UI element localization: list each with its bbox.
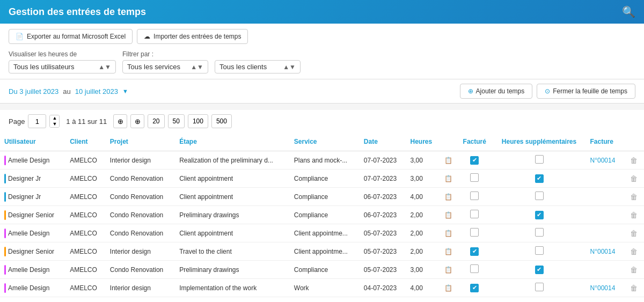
- invoiced-checkbox[interactable]: ✔: [470, 284, 479, 292]
- cell-invoiced[interactable]: ✔: [457, 279, 492, 297]
- delete-button[interactable]: 🗑: [628, 229, 640, 238]
- next-page-button[interactable]: ⊕: [130, 114, 144, 128]
- users-select[interactable]: Tous les utilisateurs ▲▼: [9, 60, 116, 73]
- invoiced-checkbox[interactable]: ✔: [470, 156, 479, 165]
- cell-delete[interactable]: 🗑: [624, 224, 644, 242]
- page-input[interactable]: [28, 114, 46, 128]
- delete-button[interactable]: 🗑: [628, 174, 640, 183]
- invoiced-checkbox[interactable]: [470, 264, 479, 273]
- table-panel: Page ▲ ▼ 1 à 11 sur 11 ⊕ ⊕ 20 50 100 500…: [0, 110, 644, 302]
- date-from-link[interactable]: Du 3 juillet 2023: [9, 87, 58, 95]
- invoiced-checkbox[interactable]: ✔: [470, 247, 479, 256]
- invoiced-checkbox[interactable]: [470, 210, 479, 218]
- cell-delete[interactable]: 🗑: [624, 151, 644, 170]
- invoiced-checkbox[interactable]: [470, 228, 479, 237]
- date-to-link[interactable]: 10 juillet 2023: [75, 87, 118, 95]
- cell-extra[interactable]: [492, 224, 586, 242]
- extra-checkbox[interactable]: [535, 191, 544, 200]
- cell-delete[interactable]: 🗑: [624, 261, 644, 279]
- cell-extra[interactable]: [492, 188, 586, 206]
- extra-checkbox[interactable]: ✔: [535, 266, 544, 274]
- delete-button[interactable]: 🗑: [628, 247, 640, 256]
- extra-checkbox[interactable]: ✔: [535, 211, 544, 219]
- services-select-arrow: ▲▼: [191, 63, 203, 71]
- extra-checkbox[interactable]: [535, 155, 544, 164]
- per-page-500[interactable]: 500: [211, 114, 232, 128]
- col-user: Utilisateur: [0, 132, 65, 151]
- cell-project: Interior design: [106, 279, 175, 297]
- cell-delete[interactable]: 🗑: [624, 279, 644, 297]
- cell-delete[interactable]: 🗑: [624, 242, 644, 261]
- cell-invoice: N°00014: [586, 242, 624, 261]
- cell-invoice: [586, 261, 624, 279]
- cell-invoiced[interactable]: [457, 261, 492, 279]
- delete-button[interactable]: 🗑: [628, 284, 640, 292]
- cell-extra[interactable]: ✔: [492, 170, 586, 188]
- services-select[interactable]: Tous les services ▲▼: [122, 60, 208, 73]
- page-up-button[interactable]: ▲: [50, 115, 59, 121]
- cell-service: Client appointme...: [290, 242, 360, 261]
- delete-button[interactable]: 🗑: [628, 156, 640, 165]
- action-buttons: ⊕ Ajouter du temps ⊙ Fermer la feuille d…: [460, 84, 635, 99]
- delete-button[interactable]: 🗑: [628, 266, 640, 274]
- date-to-arrow: ▼: [122, 88, 128, 94]
- extra-checkbox[interactable]: ✔: [535, 174, 544, 183]
- cell-client: AMELCO: [65, 242, 106, 261]
- search-icon[interactable]: 🔍: [622, 5, 635, 18]
- page-down-button[interactable]: ▼: [50, 121, 59, 127]
- cell-delete[interactable]: 🗑: [624, 188, 644, 206]
- invoice-link[interactable]: N°00014: [590, 157, 616, 164]
- per-page-50[interactable]: 50: [168, 114, 185, 128]
- user-name: Designer Jr: [8, 175, 41, 182]
- per-page-20[interactable]: 20: [148, 114, 164, 128]
- cell-extra[interactable]: [492, 279, 586, 297]
- invoiced-checkbox[interactable]: [470, 173, 479, 182]
- invoice-link[interactable]: N°00014: [590, 248, 616, 255]
- extra-checkbox[interactable]: [535, 228, 544, 237]
- invoice-link[interactable]: N°00014: [590, 284, 616, 292]
- per-page-100[interactable]: 100: [188, 114, 208, 128]
- user-color-bar: [4, 192, 6, 202]
- view-label: Visualiser les heures de: [9, 50, 116, 58]
- close-sheet-button[interactable]: ⊙ Fermer la feuille de temps: [537, 84, 635, 99]
- cell-client: AMELCO: [65, 224, 106, 242]
- cell-step: Realization of the preliminary d...: [175, 151, 290, 170]
- cell-delete[interactable]: 🗑: [624, 170, 644, 188]
- cell-step: Preliminary drawings: [175, 206, 290, 224]
- cell-step: Client appointment: [175, 224, 290, 242]
- invoiced-checkbox[interactable]: [470, 191, 479, 200]
- clients-select[interactable]: Tous les clients ▲▼: [215, 60, 301, 73]
- extra-checkbox[interactable]: [535, 246, 544, 255]
- cell-invoiced[interactable]: [457, 224, 492, 242]
- user-name: Designer Senior: [8, 248, 54, 255]
- cell-invoice: N°00014: [586, 151, 624, 170]
- import-button[interactable]: ☁ Importer des entrées de temps: [137, 29, 248, 44]
- cell-extra[interactable]: ✔: [492, 206, 586, 224]
- export-button[interactable]: 📄 Exporter au format Microsoft Excel: [9, 29, 133, 44]
- delete-button[interactable]: 🗑: [628, 193, 640, 201]
- cell-invoiced[interactable]: ✔: [457, 151, 492, 170]
- cell-delete[interactable]: 🗑: [624, 206, 644, 224]
- cell-extra[interactable]: ✔: [492, 261, 586, 279]
- cell-invoiced[interactable]: [457, 188, 492, 206]
- user-name: Amelie Design: [8, 157, 49, 164]
- extra-checkbox[interactable]: [535, 283, 544, 291]
- cell-invoiced[interactable]: ✔: [457, 242, 492, 261]
- user-color-bar: [4, 247, 6, 256]
- table-body: Amelie Design AMELCO Interior design Rea…: [0, 151, 644, 297]
- cell-hours: 4,00: [406, 188, 440, 206]
- cell-invoiced[interactable]: [457, 206, 492, 224]
- cell-extra[interactable]: [492, 242, 586, 261]
- delete-button[interactable]: 🗑: [628, 211, 640, 219]
- user-name: Designer Jr: [8, 193, 41, 201]
- prev-page-button[interactable]: ⊕: [113, 114, 127, 128]
- col-hours: Heures: [406, 132, 440, 151]
- cell-step: Travel to the client: [175, 242, 290, 261]
- cell-extra[interactable]: [492, 151, 586, 170]
- add-time-button[interactable]: ⊕ Ajouter du temps: [460, 84, 533, 99]
- cell-invoiced[interactable]: [457, 170, 492, 188]
- clients-select-value: Tous les clients: [219, 63, 267, 71]
- user-color-bar: [4, 229, 6, 238]
- table-row: Designer Senior AMELCO Condo Renovation …: [0, 206, 644, 224]
- page-stepper[interactable]: ▲ ▼: [49, 115, 60, 128]
